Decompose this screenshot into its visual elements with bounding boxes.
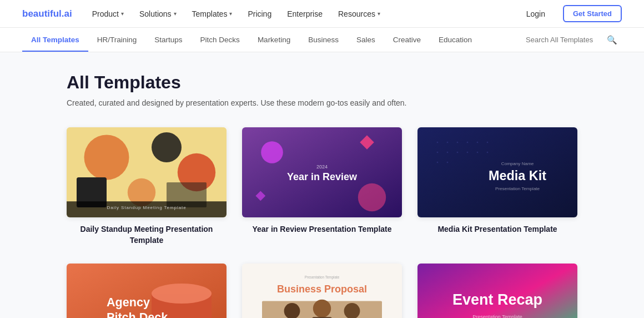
svg-text:Event Recap: Event Recap xyxy=(452,291,542,308)
chevron-down-icon: ▾ xyxy=(121,11,124,17)
svg-point-38 xyxy=(152,284,212,304)
template-thumbnail-bizprop: Presentation Template Business Proposal xyxy=(242,264,402,318)
svg-point-19 xyxy=(447,142,449,143)
svg-point-30 xyxy=(437,162,439,163)
page-subtitle: Created, curated and designed by present… xyxy=(67,98,577,107)
svg-point-20 xyxy=(457,142,459,143)
template-card-media-kit[interactable]: Company Name Media Kit Presentation Temp… xyxy=(417,127,577,246)
template-card-year-in-review[interactable]: 2024 Year in Review Year in Review Prese… xyxy=(242,127,402,246)
svg-text:Agency: Agency xyxy=(107,295,150,309)
tab-sales[interactable]: Sales xyxy=(348,28,384,52)
tab-pitch-decks[interactable]: Pitch Decks xyxy=(192,28,249,52)
svg-point-26 xyxy=(457,152,459,153)
template-thumbnail-year: 2024 Year in Review xyxy=(242,127,402,217)
template-thumbnail-mediakit: Company Name Media Kit Presentation Temp… xyxy=(417,127,577,217)
nav-item-templates[interactable]: Templates ▾ xyxy=(192,9,233,18)
filter-tabs: All Templates HR/Training Startups Pitch… xyxy=(22,28,521,52)
template-thumbnail-event: Event Recap Presentation Template xyxy=(417,264,577,318)
svg-point-23 xyxy=(487,142,489,143)
tab-all-templates[interactable]: All Templates xyxy=(22,28,88,52)
top-nav: beautiful.ai Product ▾ Solutions ▾ Templ… xyxy=(0,0,644,28)
svg-point-21 xyxy=(467,142,469,143)
svg-point-2 xyxy=(84,135,129,180)
template-name-standup: Daily Standup Meeting PresentationTempla… xyxy=(67,224,227,246)
nav-item-pricing[interactable]: Pricing xyxy=(248,9,271,18)
svg-point-27 xyxy=(467,152,469,153)
tab-education[interactable]: Education xyxy=(430,28,481,52)
svg-text:Company Name: Company Name xyxy=(501,161,534,166)
template-thumbnail-standup: Daily Standup Meeting Template xyxy=(67,127,227,217)
get-started-button[interactable]: Get Started xyxy=(563,5,622,22)
svg-text:2024: 2024 xyxy=(316,164,328,170)
svg-point-11 xyxy=(261,141,283,163)
template-name-mediakit: Media Kit Presentation Template xyxy=(417,224,577,235)
svg-point-25 xyxy=(447,152,449,153)
chevron-down-icon: ▾ xyxy=(378,11,380,17)
svg-point-28 xyxy=(477,152,479,153)
template-name-year: Year in Review Presentation Template xyxy=(242,224,402,235)
svg-point-31 xyxy=(447,162,449,163)
template-card-event-recap[interactable]: Event Recap Presentation Template Event … xyxy=(417,264,577,318)
tab-creative[interactable]: Creative xyxy=(384,28,430,52)
filter-bar: All Templates HR/Training Startups Pitch… xyxy=(0,28,644,52)
svg-point-22 xyxy=(477,142,479,143)
chevron-down-icon: ▾ xyxy=(229,11,232,17)
nav-item-solutions[interactable]: Solutions ▾ xyxy=(139,9,177,18)
svg-text:Pitch Deck: Pitch Deck xyxy=(107,310,168,318)
template-grid: Daily Standup Meeting Template Daily Sta… xyxy=(67,127,577,318)
svg-rect-52 xyxy=(417,264,577,318)
template-card-biz-proposal[interactable]: Presentation Template Business Proposal … xyxy=(242,264,402,318)
svg-text:Media Kit: Media Kit xyxy=(489,168,546,183)
nav-item-resources[interactable]: Resources ▾ xyxy=(338,9,380,18)
svg-point-12 xyxy=(358,183,386,211)
search-area: 🔍 xyxy=(521,35,622,45)
template-card-agency-pitch[interactable]: Agency Pitch Deck Presentation Template … xyxy=(67,264,227,318)
svg-point-29 xyxy=(487,152,489,153)
login-button[interactable]: Login xyxy=(526,9,545,18)
tab-business[interactable]: Business xyxy=(299,28,348,52)
svg-text:Presentation Template: Presentation Template xyxy=(305,275,340,280)
svg-point-24 xyxy=(437,152,439,153)
svg-point-3 xyxy=(152,132,182,162)
search-input[interactable] xyxy=(526,36,603,44)
logo-text: beautiful.ai xyxy=(22,8,72,19)
svg-text:Year in Review: Year in Review xyxy=(287,171,358,182)
tab-startups[interactable]: Startups xyxy=(145,28,191,52)
svg-point-18 xyxy=(437,142,439,143)
svg-text:Presentation Template: Presentation Template xyxy=(472,314,522,318)
svg-text:Business Proposal: Business Proposal xyxy=(277,284,367,295)
search-icon[interactable]: 🔍 xyxy=(607,35,617,45)
svg-text:Presentation Template: Presentation Template xyxy=(495,186,540,191)
chevron-down-icon: ▾ xyxy=(174,11,177,17)
tab-marketing[interactable]: Marketing xyxy=(249,28,299,52)
logo[interactable]: beautiful.ai xyxy=(22,8,72,19)
template-card-standup[interactable]: Daily Standup Meeting Template Daily Sta… xyxy=(67,127,227,246)
tab-hr-training[interactable]: HR/Training xyxy=(88,28,146,52)
template-thumbnail-agency: Agency Pitch Deck Presentation Template xyxy=(67,264,227,318)
nav-item-product[interactable]: Product ▾ xyxy=(92,9,124,18)
main-content: All Templates Created, curated and desig… xyxy=(56,52,588,318)
svg-text:Daily Standup Meeting Template: Daily Standup Meeting Template xyxy=(107,205,186,210)
nav-item-enterprise[interactable]: Enterprise xyxy=(287,9,323,18)
svg-point-48 xyxy=(313,300,331,317)
page-title: All Templates xyxy=(67,72,577,93)
